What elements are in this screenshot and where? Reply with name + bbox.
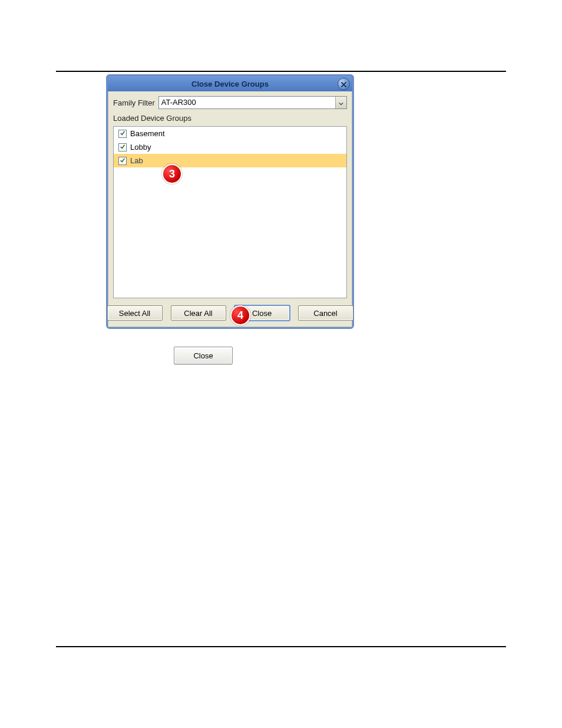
dialog-wrapper: 3 4 Close Device Groups Family Filter AT… <box>106 74 351 329</box>
standalone-close-wrap: Close <box>174 347 506 364</box>
close-icon <box>341 80 346 89</box>
checkmark-icon <box>120 129 125 138</box>
checkbox[interactable] <box>118 130 127 138</box>
cancel-button[interactable]: Cancel <box>298 305 353 321</box>
top-rule <box>56 71 506 72</box>
callout-badge-3: 3 <box>162 164 182 184</box>
list-item[interactable]: Lobby <box>114 140 346 154</box>
clear-all-button[interactable]: Clear All <box>171 305 226 321</box>
dialog-close-button[interactable] <box>338 78 350 90</box>
button-label: Close <box>193 351 213 360</box>
family-filter-select[interactable]: AT-AR300 <box>158 96 347 109</box>
checkmark-icon <box>120 156 125 165</box>
close-device-groups-dialog: Close Device Groups Family Filter AT-AR3… <box>106 74 354 329</box>
standalone-close-button[interactable]: Close <box>174 347 233 364</box>
button-label: Select All <box>119 309 150 318</box>
family-filter-label: Family Filter <box>113 98 155 107</box>
device-groups-list[interactable]: Basement Lobby <box>113 126 347 298</box>
callout-badge-4-text: 4 <box>237 309 243 322</box>
checkbox[interactable] <box>118 157 127 165</box>
button-label: Cancel <box>313 309 337 318</box>
select-all-button[interactable]: Select All <box>107 305 163 321</box>
list-item-label: Lobby <box>130 143 151 151</box>
family-filter-row: Family Filter AT-AR300 <box>113 96 347 109</box>
callout-badge-4: 4 <box>230 305 250 325</box>
page: 3 4 Close Device Groups Family Filter AT… <box>0 0 562 728</box>
chevron-down-icon <box>339 98 343 107</box>
dialog-titlebar[interactable]: Close Device Groups <box>108 76 352 91</box>
bottom-rule <box>56 646 506 647</box>
family-filter-value: AT-AR300 <box>159 97 335 108</box>
button-label: Clear All <box>184 309 212 318</box>
family-filter-dropdown-button[interactable] <box>335 97 346 108</box>
checkmark-icon <box>120 143 125 151</box>
loaded-groups-label: Loaded Device Groups <box>113 114 347 123</box>
list-item-label: Basement <box>130 129 165 138</box>
list-item-label: Lab <box>130 156 143 165</box>
callout-badge-3-text: 3 <box>169 168 175 180</box>
list-item[interactable]: Basement <box>114 127 346 140</box>
checkbox[interactable] <box>118 143 127 151</box>
dialog-title: Close Device Groups <box>191 80 269 88</box>
dialog-body: Family Filter AT-AR300 Loaded Device Gro… <box>108 91 352 327</box>
button-label: Close <box>252 309 272 318</box>
list-item[interactable]: Lab <box>114 154 346 167</box>
